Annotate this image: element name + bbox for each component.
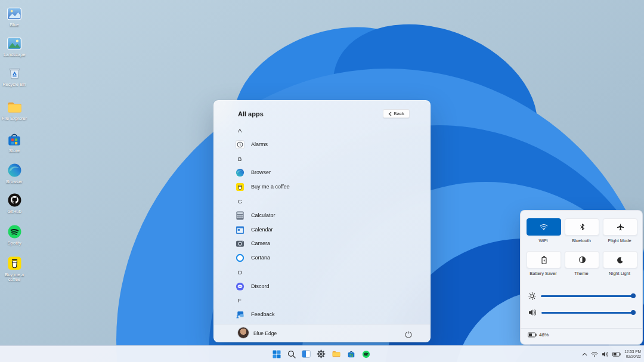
file-explorer-button[interactable] [331,349,341,359]
section-letter-f[interactable]: F [235,295,242,305]
volume-icon [528,309,537,316]
photo-icon [7,35,23,51]
flight-mode-toggle[interactable] [603,218,637,236]
wifi-icon [540,224,548,230]
night-light-label: Night Light [600,271,639,276]
spotify-button[interactable] [361,349,371,359]
tray-chevron-up-icon[interactable] [582,352,587,356]
edge-icon [235,168,244,177]
recycle-bin-icon [7,65,23,81]
section-letter-a[interactable]: A [235,125,242,135]
desktop-icon-label: Recycle Bin [2,82,26,87]
task-view-button[interactable] [301,349,311,359]
theme-toggle[interactable] [565,251,599,268]
edge-icon [7,162,23,178]
section-letter-c[interactable]: C [235,196,242,206]
app-item-cortana[interactable]: Cortana [235,252,270,263]
battery-saver-toggle[interactable] [527,251,561,268]
gear-icon [317,349,326,358]
power-icon[interactable] [405,330,412,337]
app-item-alarms[interactable]: Alarms [235,139,268,150]
user-name[interactable]: Blue Edge [253,330,277,336]
tray-volume-icon[interactable] [602,351,609,357]
desktop-icon-recycle-bin[interactable]: Recycle Bin [1,65,28,87]
taskbar: 12:53 PM 02/20/22 [0,345,644,362]
app-item-camera[interactable]: Camera [235,238,270,249]
brightness-icon [528,292,536,300]
alarms-icon [235,140,244,149]
start-menu-all-apps: All apps Back A Alarms B Browser [213,100,431,342]
back-button-label: Back [394,111,404,116]
system-tray: 12:53 PM 02/20/22 [582,346,641,362]
battery-saver-label: Battery Saver [524,271,562,276]
clock[interactable]: 12:53 PM 02/20/22 [624,349,641,358]
desktop-icon-spotify[interactable]: Spotify [1,224,28,246]
desktop-icon-blue[interactable]: Blue [1,5,28,27]
desktop-icon-label: Blue [10,22,18,27]
cortana-icon [235,253,244,262]
desktop-icon-label: Browser [6,179,23,184]
tray-battery-icon[interactable] [612,352,621,357]
settings-button[interactable] [316,349,326,359]
desktop-icon-label: GitHub [7,209,21,214]
app-item-calendar[interactable]: Calendar [235,224,273,235]
folder-icon [332,350,341,358]
coffee-icon [235,182,244,191]
desktop-icon-label: Buy me a coffee [5,272,24,282]
clock-time: 12:53 PM [624,349,641,354]
github-icon [7,192,23,208]
calendar-icon [235,225,244,234]
tray-wifi-icon[interactable] [591,351,598,357]
all-apps-title: All apps [238,110,264,117]
desktop: Blue Landscape Recycle Bin File Explorer… [0,0,644,362]
volume-track[interactable] [541,312,634,314]
section-letter-d[interactable]: D [235,267,242,277]
desktop-icon-browser[interactable]: Browser [1,162,28,184]
calculator-icon [235,211,244,220]
desktop-icon-label: Spotify [8,240,21,246]
desktop-icon-github[interactable]: GitHub [1,192,28,214]
spotify-icon [7,224,23,240]
section-letter-b[interactable]: B [235,153,242,164]
avatar[interactable] [238,327,249,338]
app-item-browser[interactable]: Browser [235,167,271,178]
back-button[interactable]: Back [383,109,410,118]
wifi-toggle[interactable] [527,218,561,236]
search-icon [287,350,296,358]
brightness-slider[interactable] [528,292,634,300]
theme-label: Theme [562,271,600,276]
coffee-icon [7,255,23,271]
theme-icon [578,256,586,264]
battery-icon [528,332,537,338]
volume-slider[interactable] [528,308,634,317]
search-button[interactable] [286,349,296,359]
discord-icon [235,281,244,291]
desktop-icon-store[interactable]: Store [1,131,28,153]
desktop-icon-label: Store [9,148,20,153]
desktop-icon-landscape[interactable]: Landscape [1,35,28,57]
battery-status[interactable]: 48% [528,332,549,338]
chevron-left-icon [388,112,392,116]
start-button[interactable] [271,349,281,359]
clock-date: 02/20/22 [624,354,641,359]
night-light-toggle[interactable] [603,251,637,268]
quick-settings-divider [521,328,642,329]
store-button[interactable] [346,349,356,359]
app-item-discord[interactable]: Discord [235,281,270,292]
folder-icon [7,99,23,115]
app-item-feedback[interactable]: Feedback [235,309,275,320]
desktop-icon-label: File Explorer [2,116,27,121]
battery-saver-icon [541,256,547,264]
app-item-buy-me-a-coffee[interactable]: Buy me a coffee [235,181,290,192]
brightness-track[interactable] [541,295,634,297]
airplane-icon [617,223,624,231]
desktop-icon-file-explorer[interactable]: File Explorer [1,99,28,121]
bluetooth-toggle[interactable] [565,218,599,236]
feedback-icon [235,310,244,319]
quick-settings-panel: WiFi Bluetooth Flight Mode Battery Saver… [520,210,643,345]
desktop-icon-buy-me-a-coffee[interactable]: Buy me a coffee [1,255,28,282]
app-item-calculator[interactable]: Calculator [235,210,275,221]
store-icon [347,350,355,358]
windows-logo-icon [273,350,281,358]
bluetooth-label: Bluetooth [562,238,600,243]
